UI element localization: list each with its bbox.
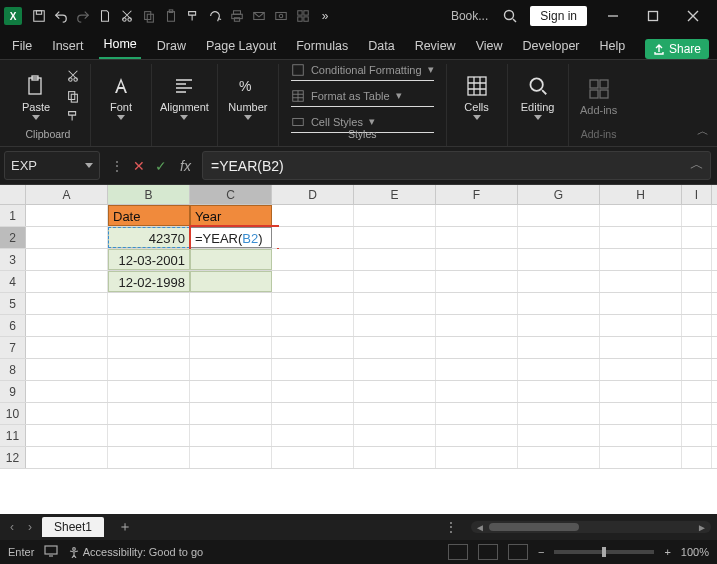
cell-B1[interactable]: Date	[108, 205, 190, 226]
cell-G4[interactable]	[518, 271, 600, 292]
tab-file[interactable]: File	[8, 34, 36, 59]
number-button[interactable]: % Number	[226, 73, 270, 120]
format-painter-mini-icon[interactable]	[64, 108, 82, 124]
cancel-formula-icon[interactable]: ✕	[130, 158, 148, 174]
tab-page-layout[interactable]: Page Layout	[202, 34, 280, 59]
row-head-10[interactable]: 10	[0, 403, 26, 424]
formula-input[interactable]: =YEAR(B2) ︿	[202, 151, 711, 180]
cell-C3[interactable]	[190, 249, 272, 270]
row-head-11[interactable]: 11	[0, 425, 26, 446]
cell-F3[interactable]	[436, 249, 518, 270]
cell-C4[interactable]	[190, 271, 272, 292]
share-button[interactable]: Share	[645, 39, 709, 59]
cell-F1[interactable]	[436, 205, 518, 226]
view-page-layout-icon[interactable]	[478, 544, 498, 560]
col-head-E[interactable]: E	[354, 185, 436, 204]
close-button[interactable]	[673, 2, 713, 30]
tab-insert[interactable]: Insert	[48, 34, 87, 59]
alignment-button[interactable]: Alignment	[160, 73, 209, 120]
horizontal-scrollbar[interactable]: ◄ ►	[471, 521, 711, 533]
row-head-5[interactable]: 5	[0, 293, 26, 314]
cell-D2[interactable]	[272, 227, 354, 248]
cell-G2[interactable]	[518, 227, 600, 248]
row-head-1[interactable]: 1	[0, 205, 26, 226]
repeat-icon[interactable]	[204, 2, 226, 30]
col-head-G[interactable]: G	[518, 185, 600, 204]
cell-H2[interactable]	[600, 227, 682, 248]
row-head-6[interactable]: 6	[0, 315, 26, 336]
sheet-nav-next[interactable]: ›	[24, 520, 36, 534]
select-all-corner[interactable]	[0, 185, 26, 204]
tab-formulas[interactable]: Formulas	[292, 34, 352, 59]
expand-formula-bar-icon[interactable]: ︿	[690, 156, 704, 174]
editing-button[interactable]: Editing	[516, 73, 560, 120]
zoom-in-button[interactable]: +	[664, 546, 670, 558]
font-button[interactable]: Font	[99, 73, 143, 120]
sheet-nav-prev[interactable]: ‹	[6, 520, 18, 534]
cell-H4[interactable]	[600, 271, 682, 292]
new-file-icon[interactable]	[94, 2, 116, 30]
cell-E1[interactable]	[354, 205, 436, 226]
view-normal-icon[interactable]	[448, 544, 468, 560]
col-head-I[interactable]: I	[682, 185, 712, 204]
cut-mini-icon[interactable]	[64, 68, 82, 84]
redo-icon[interactable]	[72, 2, 94, 30]
addins-small-icon[interactable]	[292, 2, 314, 30]
row-head-4[interactable]: 4	[0, 271, 26, 292]
format-as-table-button[interactable]: Format as Table▾	[291, 85, 434, 107]
cell-E2[interactable]	[354, 227, 436, 248]
collapse-ribbon-icon[interactable]: ︿	[697, 123, 709, 140]
cell-D1[interactable]	[272, 205, 354, 226]
cell-A4[interactable]	[26, 271, 108, 292]
format-painter-icon[interactable]	[182, 2, 204, 30]
scroll-left-icon[interactable]: ◄	[475, 522, 485, 533]
cell-E3[interactable]	[354, 249, 436, 270]
cell-B2[interactable]: 42370	[108, 227, 190, 248]
screenshot-icon[interactable]	[270, 2, 292, 30]
scroll-right-icon[interactable]: ►	[697, 522, 707, 533]
cell-I4[interactable]	[682, 271, 712, 292]
add-sheet-button[interactable]: ＋	[110, 518, 140, 536]
col-head-H[interactable]: H	[600, 185, 682, 204]
save-icon[interactable]	[28, 2, 50, 30]
cell-G3[interactable]	[518, 249, 600, 270]
cell-I1[interactable]	[682, 205, 712, 226]
row-head-7[interactable]: 7	[0, 337, 26, 358]
row-head-12[interactable]: 12	[0, 447, 26, 468]
undo-icon[interactable]	[50, 2, 72, 30]
row-head-2[interactable]: 2	[0, 227, 26, 248]
cell-D4[interactable]	[272, 271, 354, 292]
col-head-F[interactable]: F	[436, 185, 518, 204]
minimize-button[interactable]	[593, 2, 633, 30]
sign-in-button[interactable]: Sign in	[530, 6, 587, 26]
cell-I2[interactable]	[682, 227, 712, 248]
col-head-A[interactable]: A	[26, 185, 108, 204]
paste-button[interactable]: Paste	[14, 73, 58, 120]
tab-help[interactable]: Help	[596, 34, 630, 59]
cell-E4[interactable]	[354, 271, 436, 292]
tab-view[interactable]: View	[472, 34, 507, 59]
cell-B3[interactable]: 12-03-2001	[108, 249, 190, 270]
zoom-slider[interactable]	[554, 550, 654, 554]
maximize-button[interactable]	[633, 2, 673, 30]
scroll-thumb[interactable]	[489, 523, 579, 531]
col-head-D[interactable]: D	[272, 185, 354, 204]
cell-C2[interactable]: =YEAR(B2)	[190, 227, 272, 248]
cell-A3[interactable]	[26, 249, 108, 270]
addins-button[interactable]: Add-ins	[577, 76, 621, 116]
zoom-out-button[interactable]: −	[538, 546, 544, 558]
paste-small-icon[interactable]	[160, 2, 182, 30]
cell-C1[interactable]: Year	[190, 205, 272, 226]
tab-draw[interactable]: Draw	[153, 34, 190, 59]
tab-developer[interactable]: Developer	[519, 34, 584, 59]
cells-button[interactable]: Cells	[455, 73, 499, 120]
cell-A2[interactable]	[26, 227, 108, 248]
col-head-B[interactable]: B	[108, 185, 190, 204]
cell-I3[interactable]	[682, 249, 712, 270]
conditional-formatting-button[interactable]: Conditional Formatting▾	[291, 59, 434, 81]
cell-B4[interactable]: 12-02-1998	[108, 271, 190, 292]
mail-icon[interactable]	[248, 2, 270, 30]
cell-F4[interactable]	[436, 271, 518, 292]
cell-F2[interactable]	[436, 227, 518, 248]
row-head-8[interactable]: 8	[0, 359, 26, 380]
